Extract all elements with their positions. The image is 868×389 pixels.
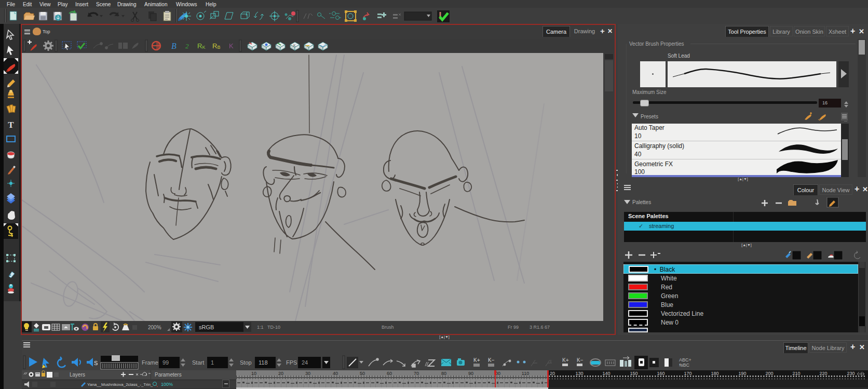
- svg-text:230: 230: [847, 371, 855, 376]
- svg-text:100%: 100%: [161, 382, 173, 387]
- svg-text:K+: K+: [473, 357, 480, 363]
- svg-text:RB: RB: [212, 42, 220, 50]
- svg-text:30: 30: [305, 371, 310, 376]
- svg-text:160: 160: [657, 371, 664, 376]
- svg-text:20: 20: [550, 371, 555, 376]
- svg-text:Start: Start: [192, 359, 204, 366]
- svg-text:B: B: [171, 42, 177, 50]
- svg-text:K−: K−: [488, 357, 495, 363]
- svg-text:3 R1.6 67: 3 R1.6 67: [530, 325, 550, 330]
- svg-text:130: 130: [575, 371, 583, 376]
- svg-text:S: S: [94, 360, 98, 366]
- svg-text:180: 180: [711, 371, 718, 376]
- svg-text:70: 70: [414, 371, 419, 376]
- svg-text:ABC+: ABC+: [679, 357, 691, 363]
- svg-text:110: 110: [522, 371, 529, 376]
- svg-text:FPS: FPS: [286, 359, 297, 366]
- svg-text:sRGB: sRGB: [199, 324, 214, 330]
- svg-text:20: 20: [278, 371, 283, 376]
- svg-text:Stop: Stop: [240, 359, 252, 366]
- svg-text:K+: K+: [562, 357, 569, 363]
- svg-text:150: 150: [630, 371, 638, 376]
- svg-text:60: 60: [387, 371, 392, 376]
- svg-text:40: 40: [333, 371, 338, 376]
- svg-text:80: 80: [441, 371, 446, 376]
- svg-text:Parameters: Parameters: [155, 372, 182, 378]
- svg-text:118: 118: [259, 359, 268, 366]
- svg-text:90: 90: [468, 371, 473, 376]
- svg-text:10: 10: [251, 371, 256, 376]
- svg-text:1: 1: [211, 359, 214, 366]
- svg-text:⇆BC: ⇆BC: [679, 363, 690, 368]
- svg-text:200%: 200%: [148, 325, 161, 330]
- svg-text:200: 200: [765, 371, 773, 376]
- svg-text:Yana__Mushnikova_2class_-_Trin: Yana__Mushnikova_2class_-_Trin_: [87, 382, 153, 387]
- svg-text:Fr 99: Fr 99: [508, 325, 519, 330]
- svg-text:Frame: Frame: [142, 359, 158, 366]
- svg-text:220: 220: [819, 371, 827, 376]
- svg-text:K: K: [293, 44, 296, 47]
- svg-text:1:1: 1:1: [257, 325, 264, 330]
- svg-text:Brush: Brush: [382, 325, 394, 330]
- svg-text:TD-10: TD-10: [267, 325, 280, 330]
- svg-text:Layers: Layers: [70, 372, 85, 378]
- svg-text:210: 210: [792, 371, 800, 376]
- svg-text:190: 190: [738, 371, 746, 376]
- svg-text:K: K: [229, 42, 234, 50]
- svg-text:99: 99: [162, 359, 169, 366]
- svg-text:170: 170: [684, 371, 691, 376]
- svg-text:50: 50: [360, 371, 365, 376]
- svg-text:T: T: [8, 120, 14, 130]
- svg-text:RK: RK: [197, 42, 205, 50]
- svg-text:24: 24: [302, 359, 308, 366]
- svg-text:K−: K−: [577, 357, 584, 363]
- svg-text:140: 140: [602, 371, 610, 376]
- svg-text:2: 2: [185, 42, 189, 50]
